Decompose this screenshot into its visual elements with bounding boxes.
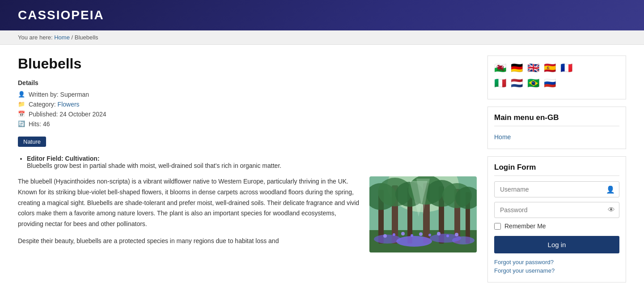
- calendar-icon: 📅: [18, 111, 26, 117]
- paragraph-1: The bluebell (Hyacinthoides non-scripta)…: [18, 176, 360, 230]
- main-menu-title: Main menu en-GB: [494, 113, 619, 126]
- flag-france[interactable]: 🇫🇷: [560, 62, 572, 74]
- breadcrumb-current: Bluebells: [75, 34, 98, 41]
- password-input[interactable]: [494, 202, 619, 218]
- flags-row-2: 🇮🇹 🇳🇱 🇧🇷 🇷🇺: [494, 77, 619, 89]
- svg-point-22: [452, 236, 475, 244]
- forgot-password-link[interactable]: Forgot your password?: [494, 259, 619, 265]
- remember-me-row: Remember Me: [494, 222, 619, 230]
- editor-field-text: Bluebells grow best in partial shade wit…: [27, 162, 477, 169]
- menu-item-home[interactable]: Home: [494, 132, 619, 142]
- language-flags: 🏴󠁧󠁢󠁷󠁬󠁳󠁿 🇩🇪 🇬🇧 🇪🇸 🇫🇷 🇮🇹 🇳🇱 🇧🇷 🇷🇺: [487, 56, 626, 99]
- article-body: The bluebell (Hyacinthoides non-scripta)…: [18, 176, 477, 253]
- svg-point-24: [393, 233, 395, 236]
- svg-point-29: [437, 232, 441, 235]
- svg-point-20: [396, 236, 432, 247]
- category-label: Category:: [29, 101, 56, 108]
- hits-icon: 🔄: [18, 120, 26, 127]
- meta-category: 📁 Category: Flowers: [18, 101, 477, 108]
- site-logo: CASSIOPEIA: [18, 8, 626, 22]
- login-button[interactable]: Log in: [494, 236, 619, 253]
- article-text: The bluebell (Hyacinthoides non-scripta)…: [18, 176, 360, 253]
- remember-label: Remember Me: [504, 222, 546, 230]
- flag-uk[interactable]: 🇬🇧: [527, 62, 539, 74]
- svg-point-31: [455, 233, 458, 236]
- username-field-wrap: 👤: [494, 181, 619, 197]
- flag-netherlands[interactable]: 🇳🇱: [511, 77, 523, 89]
- meta-author: 👤 Written by: Superman: [18, 91, 477, 98]
- breadcrumb: You are here: Home / Bluebells: [0, 30, 644, 45]
- flag-wales[interactable]: 🏴󠁧󠁢󠁷󠁬󠁳󠁿: [494, 62, 506, 74]
- content-area: Bluebells Details 👤 Written by: Superman…: [18, 56, 477, 303]
- breadcrumb-prefix: You are here:: [18, 34, 53, 41]
- published-date: 24 October 2024: [59, 111, 106, 118]
- login-form-box: Login Form 👤 👁 Remember Me Log in Forgot…: [487, 156, 626, 282]
- list-item: Editor Field: Cultivation: Bluebells gro…: [27, 155, 477, 169]
- paragraph-2: Despite their beauty, bluebells are a pr…: [18, 236, 360, 247]
- remember-checkbox[interactable]: [494, 223, 501, 230]
- svg-point-28: [428, 234, 431, 236]
- sidebar: 🏴󠁧󠁢󠁷󠁬󠁳󠁿 🇩🇪 🇬🇧 🇪🇸 🇫🇷 🇮🇹 🇳🇱 🇧🇷 🇷🇺 Main men…: [487, 56, 626, 303]
- svg-point-23: [383, 234, 387, 238]
- category-link[interactable]: Flowers: [58, 101, 80, 108]
- author-value: Superman: [60, 91, 89, 98]
- flag-spain[interactable]: 🇪🇸: [544, 62, 556, 74]
- breadcrumb-home-link[interactable]: Home: [54, 34, 70, 41]
- flag-germany[interactable]: 🇩🇪: [511, 62, 523, 74]
- folder-icon: 📁: [18, 101, 26, 107]
- published-label: Published:: [29, 111, 58, 118]
- password-field-wrap: 👁: [494, 202, 619, 218]
- user-input-icon: 👤: [606, 185, 615, 194]
- flags-row-1: 🏴󠁧󠁢󠁷󠁬󠁳󠁿 🇩🇪 🇬🇧 🇪🇸 🇫🇷: [494, 62, 619, 74]
- forest-illustration: [369, 176, 477, 252]
- svg-point-30: [446, 235, 449, 237]
- meta-hits: 🔄 Hits: 46: [18, 120, 477, 128]
- author-label: Written by:: [29, 91, 59, 98]
- flag-italy[interactable]: 🇮🇹: [494, 77, 506, 89]
- login-form-title: Login Form: [494, 163, 619, 176]
- forgot-username-link[interactable]: Forgot your username?: [494, 267, 619, 274]
- meta-published: 📅 Published: 24 October 2024: [18, 111, 477, 118]
- content-list: Editor Field: Cultivation: Bluebells gro…: [27, 155, 477, 169]
- article-image: [369, 176, 477, 252]
- user-icon: 👤: [18, 91, 26, 98]
- hits-label: Hits:: [29, 120, 41, 128]
- main-container: Bluebells Details 👤 Written by: Superman…: [0, 45, 644, 308]
- svg-point-26: [411, 234, 413, 237]
- hits-value: 46: [43, 120, 50, 128]
- breadcrumb-separator: /: [72, 34, 73, 41]
- page-title: Bluebells: [18, 56, 477, 72]
- details-label: Details: [18, 79, 477, 86]
- username-input[interactable]: [494, 181, 619, 197]
- main-menu-box: Main menu en-GB Home: [487, 107, 626, 149]
- editor-field-label: Editor Field: Cultivation:: [27, 155, 100, 162]
- login-links: Forgot your password? Forgot your userna…: [494, 259, 619, 274]
- svg-point-27: [419, 232, 423, 236]
- site-header: CASSIOPEIA: [0, 0, 644, 30]
- svg-point-25: [401, 232, 405, 235]
- tag-nature[interactable]: Nature: [18, 137, 46, 147]
- flag-russia[interactable]: 🇷🇺: [544, 77, 556, 89]
- flag-brazil[interactable]: 🇧🇷: [527, 77, 539, 89]
- eye-icon: 👁: [608, 206, 615, 214]
